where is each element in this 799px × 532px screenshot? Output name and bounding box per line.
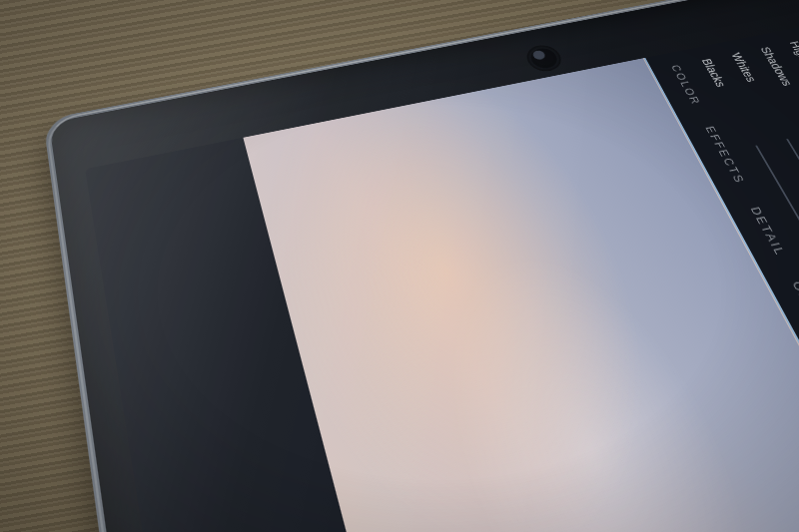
- photo-editor-app: ••• AUTO ▸ EDITS LIGHT ▾ Exposur: [85, 0, 799, 532]
- panel-tab-color[interactable]: COLOR: [668, 64, 703, 107]
- panel-tab-detail[interactable]: DETAIL: [748, 206, 789, 258]
- tabletop-scene: ••• AUTO ▸ EDITS LIGHT ▾ Exposur: [0, 0, 799, 532]
- front-camera: [522, 43, 566, 74]
- tablet-device: ••• AUTO ▸ EDITS LIGHT ▾ Exposur: [43, 0, 799, 532]
- tablet-screen: ••• AUTO ▸ EDITS LIGHT ▾ Exposur: [85, 0, 799, 532]
